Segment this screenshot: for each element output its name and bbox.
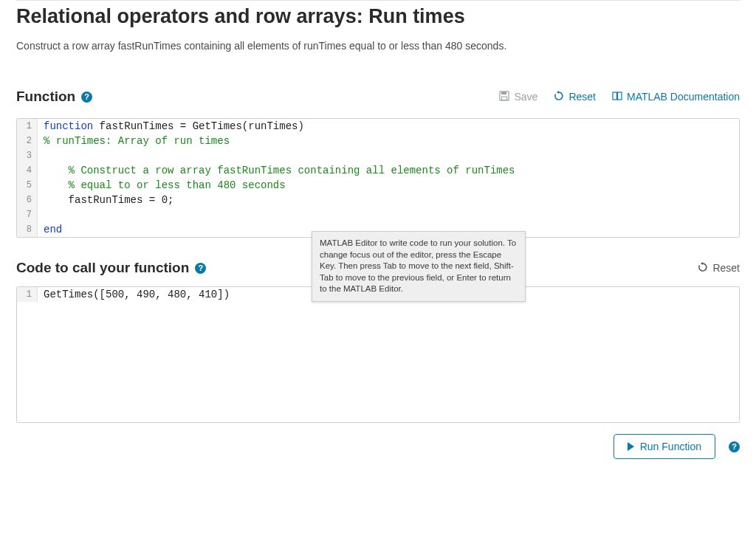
help-icon[interactable]: ? <box>729 441 740 452</box>
svg-rect-3 <box>613 92 617 100</box>
matlab-doc-label: MATLAB Documentation <box>627 91 740 103</box>
code-line: 7 <box>17 207 739 222</box>
line-number: 4 <box>17 163 38 178</box>
editor-toolbar: Save Reset MATLAB Documentation <box>499 91 740 103</box>
run-label: Run Function <box>640 441 701 452</box>
play-icon <box>628 442 634 451</box>
code-line: 2% runTimes: Array of run times <box>17 134 739 148</box>
reset-button[interactable]: Reset <box>554 91 596 103</box>
call-section-title: Code to call your function <box>16 260 189 276</box>
page-title: Relational operators and row arrays: Run… <box>16 5 740 28</box>
function-section-header: Function ? Save Reset MATLAB Documenta <box>16 89 740 105</box>
line-number: 8 <box>17 222 38 237</box>
line-number: 5 <box>17 178 38 193</box>
code-text[interactable]: % Construct a row array fastRunTimes con… <box>38 163 515 178</box>
line-number: 3 <box>17 148 38 163</box>
code-line: 6 fastRunTimes = 0; <box>17 193 739 207</box>
code-text[interactable]: end <box>38 222 62 237</box>
code-text[interactable]: % runTimes: Array of run times <box>38 134 230 148</box>
code-text[interactable] <box>38 207 49 222</box>
code-text[interactable]: fastRunTimes = 0; <box>38 193 173 207</box>
svg-rect-2 <box>502 97 507 100</box>
save-button[interactable]: Save <box>499 91 537 103</box>
help-icon[interactable]: ? <box>81 92 92 103</box>
reset-label: Reset <box>712 262 740 274</box>
instructions-text: Construct a row array fastRunTimes conta… <box>16 40 740 52</box>
code-text[interactable] <box>38 148 49 163</box>
code-line: 5 % equal to or less than 480 seconds <box>17 178 739 193</box>
save-icon <box>499 91 509 103</box>
matlab-doc-link[interactable]: MATLAB Documentation <box>612 91 740 103</box>
call-editor[interactable]: 1GetTimes([500, 490, 480, 410]) <box>16 286 740 423</box>
line-number: 7 <box>17 207 38 222</box>
function-section-title: Function <box>16 89 75 105</box>
svg-rect-1 <box>501 92 506 94</box>
help-icon[interactable]: ? <box>195 263 206 274</box>
book-icon <box>612 91 622 103</box>
code-line: 4 % Construct a row array fastRunTimes c… <box>17 163 739 178</box>
code-line: 1function fastRunTimes = GetTimes(runTim… <box>17 119 739 134</box>
function-editor[interactable]: 1function fastRunTimes = GetTimes(runTim… <box>16 118 740 238</box>
editor-tooltip: MATLAB Editor to write code to run your … <box>312 231 526 302</box>
save-label: Save <box>514 91 537 103</box>
reset-icon <box>698 262 708 275</box>
line-number: 1 <box>17 119 38 134</box>
run-function-button[interactable]: Run Function <box>614 434 715 459</box>
line-number: 2 <box>17 134 38 148</box>
svg-rect-4 <box>617 92 622 100</box>
code-line: 3 <box>17 148 739 163</box>
reset-icon <box>554 91 564 103</box>
line-number: 6 <box>17 193 38 207</box>
run-row: Run Function ? <box>16 434 740 459</box>
top-divider <box>16 0 740 1</box>
reset-button[interactable]: Reset <box>698 262 740 275</box>
code-text[interactable]: GetTimes([500, 490, 480, 410]) <box>38 287 230 302</box>
code-text[interactable]: % equal to or less than 480 seconds <box>38 178 286 193</box>
reset-label: Reset <box>568 91 596 103</box>
code-text[interactable]: function fastRunTimes = GetTimes(runTime… <box>38 119 304 134</box>
line-number: 1 <box>17 287 38 302</box>
